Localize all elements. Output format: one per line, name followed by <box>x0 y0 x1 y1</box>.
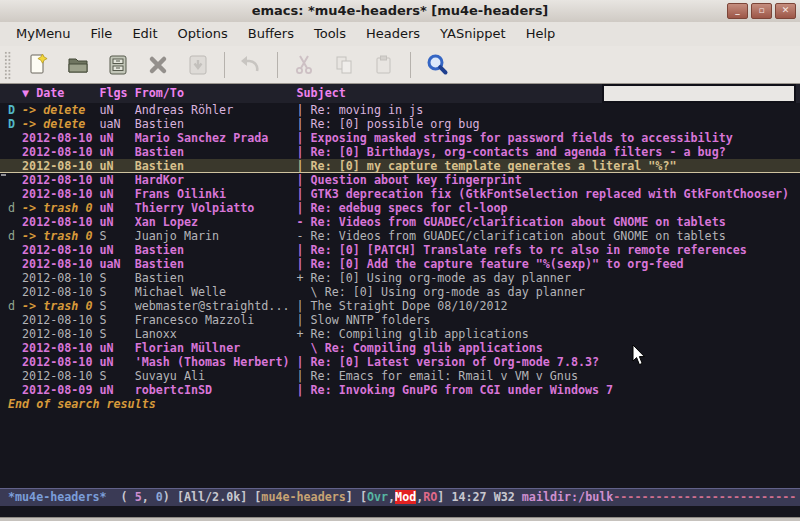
copy-pages-icon <box>331 52 357 78</box>
message-row[interactable]: 2012-08-10 uN Bastien | Re: [0] my captu… <box>0 159 800 173</box>
paste-button <box>364 48 404 82</box>
undo-button <box>231 48 271 82</box>
message-row[interactable]: 2012-08-10 uN Florian Müllner \ Re: Comp… <box>0 341 800 355</box>
menu-tools[interactable]: Tools <box>304 22 356 46</box>
menu-buffers[interactable]: Buffers <box>238 22 304 46</box>
mode-line-segment: RO <box>423 490 437 504</box>
menu-headers[interactable]: Headers <box>356 22 430 46</box>
mode-line-segment: 0 <box>156 490 163 504</box>
x-icon <box>145 52 171 78</box>
scissors-icon <box>291 52 317 78</box>
toolbar-separator <box>410 52 411 78</box>
message-row[interactable]: 2012-08-10 uN Mario Sanchez Prada | Expo… <box>0 131 800 145</box>
menu-bar: MyMenuFileEditOptionsBuffersToolsHeaders… <box>0 22 800 46</box>
mode-line-segment: *mu4e-headers* <box>8 490 107 504</box>
open-file-button[interactable] <box>58 48 98 82</box>
end-of-search-results-text: End of search results <box>0 397 800 411</box>
message-row[interactable]: 2012-08-10 S Suvayu Ali | Re: Emacs for … <box>0 369 800 383</box>
maximize-button[interactable]: ▫ <box>751 3 772 19</box>
message-row[interactable]: 2012-08-10 S Michael Welle \ Re: [0] Usi… <box>0 285 800 299</box>
header-line-blank-strip <box>602 84 796 103</box>
message-list: D -> delete uN Andreas Röhler | Re: movi… <box>0 103 800 411</box>
toolbar-grip-handle[interactable] <box>4 51 12 79</box>
menu-file[interactable]: File <box>81 22 123 46</box>
message-row[interactable]: d -> trash 0 S Juanjo Marin - Re: Videos… <box>0 229 800 243</box>
message-row[interactable]: 2012-08-10 uaN Bastien | Re: [0] Add the… <box>0 257 800 271</box>
mode-line-segment: Ovr <box>367 490 388 504</box>
toolbar <box>0 46 800 84</box>
mode-line-segment: ] 14:27 W32 <box>437 490 521 504</box>
message-row[interactable]: 2012-08-10 S Francesco Mazzoli | Slow NN… <box>0 313 800 327</box>
toolbar-separator <box>224 52 225 78</box>
mode-line-segment: mu4e-headers <box>261 490 345 504</box>
message-row[interactable]: 2012-08-10 uN Bastien | Re: [0] Birthday… <box>0 145 800 159</box>
file-drawer-icon <box>105 52 131 78</box>
mode-line-segment: , <box>142 490 156 504</box>
message-row[interactable]: 2012-08-10 S Bastien + Re: [0] Using org… <box>0 271 800 285</box>
copy-button <box>324 48 364 82</box>
mode-line-segment: -------------------------- <box>613 490 796 504</box>
toolbar-separator <box>277 52 278 78</box>
window-controls: _▫✕ <box>727 3 796 19</box>
close-buffer-button[interactable] <box>138 48 178 82</box>
menu-options[interactable]: Options <box>168 22 238 46</box>
menu-help[interactable]: Help <box>516 22 566 46</box>
message-row[interactable]: 2012-08-10 uN HardKor | Question about k… <box>0 173 800 187</box>
save-down-icon <box>185 52 211 78</box>
message-row[interactable]: 2012-08-10 uN Frans Oilinki | GTK3 depre… <box>0 187 800 201</box>
message-row[interactable]: d -> trash 0 uN Thierry Volpiatto | Re: … <box>0 201 800 215</box>
title-bar: emacs: *mu4e-headers* [mu4e-headers] _▫✕ <box>0 0 800 23</box>
message-row[interactable]: D -> delete uaN Bastien | Re: [0] possib… <box>0 117 800 131</box>
menu-mymenu[interactable]: MyMenu <box>6 22 81 46</box>
message-row[interactable]: d -> trash 0 S webmaster@straightd... | … <box>0 299 800 313</box>
mode-line-segment: ( <box>107 490 135 504</box>
echo-area <box>0 506 800 517</box>
message-row[interactable]: 2012-08-10 uN Xan Lopez - Re: Videos fro… <box>0 215 800 229</box>
emacs-buffer-area: ▼ Date Flgs From/To Subject D -> delete … <box>0 84 800 517</box>
save-buffer-button <box>178 48 218 82</box>
open-folder-icon <box>65 52 91 78</box>
minimize-button[interactable]: _ <box>727 3 748 19</box>
mode-line-segment: maildir:/bulk <box>522 490 613 504</box>
menu-edit[interactable]: Edit <box>122 22 167 46</box>
mode-line-segment: 5 <box>135 490 142 504</box>
headers-column-header-line: ▼ Date Flgs From/To Subject <box>0 84 800 103</box>
dired-button[interactable] <box>98 48 138 82</box>
mode-line: *mu4e-headers* ( 5, 0) [All/2.0k] [mu4e-… <box>0 488 800 506</box>
message-row[interactable]: 2012-08-09 uN robertcInSD | Re: Invoking… <box>0 383 800 397</box>
message-row[interactable]: 2012-08-10 uN 'Mash (Thomas Herbert) | R… <box>0 355 800 369</box>
search-button[interactable] <box>417 48 457 82</box>
mode-line-segment: ] [ <box>346 490 367 504</box>
mode-line-segment: ) [All/2.0k] [ <box>163 490 262 504</box>
mode-line-text: *mu4e-headers* ( 5, 0) [All/2.0k] [mu4e-… <box>0 489 800 506</box>
mouse-cursor <box>632 345 646 366</box>
menu-yasnippet[interactable]: YASnippet <box>430 22 516 46</box>
message-row[interactable]: D -> delete uN Andreas Röhler | Re: movi… <box>0 103 800 117</box>
fringe-mark <box>1 174 6 176</box>
message-row[interactable]: 2012-08-10 uN Bastien | Re: [0] [PATCH] … <box>0 243 800 257</box>
mode-line-segment: Mod <box>395 490 416 504</box>
cut-button <box>284 48 324 82</box>
message-row[interactable]: 2012-08-10 S Lanoxx + Re: Compiling glib… <box>0 327 800 341</box>
magnifier-icon <box>424 52 450 78</box>
close-button[interactable]: ✕ <box>775 3 796 19</box>
emacs-window: emacs: *mu4e-headers* [mu4e-headers] _▫✕… <box>0 0 800 521</box>
window-bottom-border <box>0 517 800 521</box>
new-file-button[interactable] <box>18 48 58 82</box>
new-file-icon <box>25 52 51 78</box>
window-title: emacs: *mu4e-headers* [mu4e-headers] <box>0 3 800 18</box>
clipboard-icon <box>371 52 397 78</box>
undo-arrow-icon <box>238 52 264 78</box>
